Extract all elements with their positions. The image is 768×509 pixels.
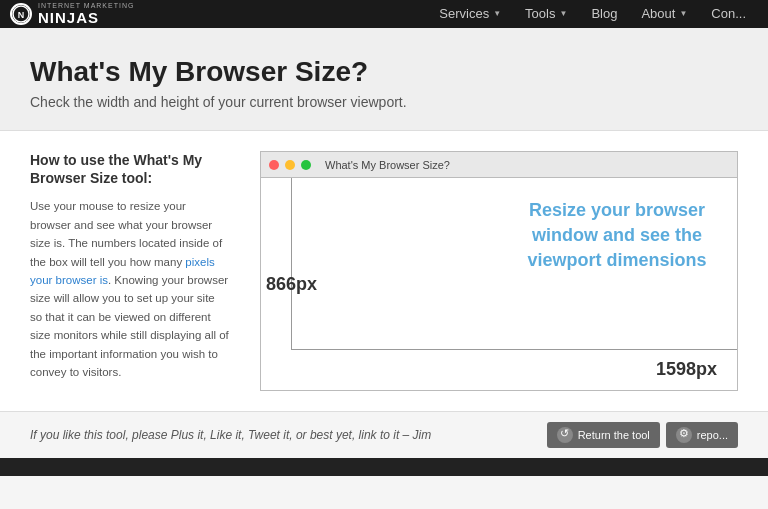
horizontal-dimension-line — [291, 349, 737, 350]
browser-mockup: What's My Browser Size? 866px 1598px Res… — [260, 151, 738, 391]
nav-tools[interactable]: Tools ▼ — [513, 0, 579, 28]
logo[interactable]: N INTERNET MARKETING NINJAS — [10, 2, 134, 26]
browser-body: 866px 1598px Resize your browser window … — [261, 178, 737, 390]
browser-maximize-dot — [301, 160, 311, 170]
report-label: repo... — [697, 429, 728, 441]
page-title: What's My Browser Size? — [30, 56, 738, 88]
browser-demo-panel: What's My Browser Size? 866px 1598px Res… — [260, 151, 738, 391]
report-icon: ⚙ — [676, 427, 692, 443]
logo-icon: N — [10, 3, 32, 25]
browser-close-dot — [269, 160, 279, 170]
instructions-title: How to use the What's My Browser Size to… — [30, 151, 230, 187]
nav-menu: Services ▼ Tools ▼ Blog About ▼ Con... — [427, 0, 758, 28]
svg-text:N: N — [18, 10, 25, 20]
main-content: How to use the What's My Browser Size to… — [0, 131, 768, 411]
report-button[interactable]: ⚙ repo... — [666, 422, 738, 448]
footer-message: If you like this tool, please Plus it, L… — [30, 428, 431, 442]
logo-text: NINJAS — [38, 9, 134, 26]
instructions-text-after: . Knowing your browser size will allow y… — [30, 274, 229, 378]
about-arrow-icon: ▼ — [679, 0, 687, 28]
page-subtitle: Check the width and height of your curre… — [30, 94, 738, 110]
vertical-dimension-line — [291, 178, 292, 350]
nav-contact[interactable]: Con... — [699, 0, 758, 28]
return-tool-label: Return the tool — [578, 429, 650, 441]
logo-tagline: INTERNET MARKETING — [38, 2, 134, 9]
instructions-text: Use your mouse to resize your browser an… — [30, 197, 230, 381]
hero-section: What's My Browser Size? Check the width … — [0, 28, 768, 131]
browser-minimize-dot — [285, 160, 295, 170]
return-icon: ↺ — [557, 427, 573, 443]
nav-services[interactable]: Services ▼ — [427, 0, 513, 28]
nav-blog[interactable]: Blog — [579, 0, 629, 28]
height-dimension-label: 866px — [266, 274, 317, 295]
instructions-panel: How to use the What's My Browser Size to… — [30, 151, 230, 391]
nav-about[interactable]: About ▼ — [629, 0, 699, 28]
footer-buttons: ↺ Return the tool ⚙ repo... — [547, 422, 738, 448]
return-tool-button[interactable]: ↺ Return the tool — [547, 422, 660, 448]
services-arrow-icon: ▼ — [493, 0, 501, 28]
tools-arrow-icon: ▼ — [559, 0, 567, 28]
browser-titlebar: What's My Browser Size? — [261, 152, 737, 178]
bottom-bar — [0, 458, 768, 476]
navbar: N INTERNET MARKETING NINJAS Services ▼ T… — [0, 0, 768, 28]
footer-strip: If you like this tool, please Plus it, L… — [0, 411, 768, 458]
browser-tab-title: What's My Browser Size? — [325, 159, 450, 171]
width-dimension-label: 1598px — [656, 359, 717, 380]
resize-instruction-text: Resize your browser window and see the v… — [517, 198, 717, 274]
